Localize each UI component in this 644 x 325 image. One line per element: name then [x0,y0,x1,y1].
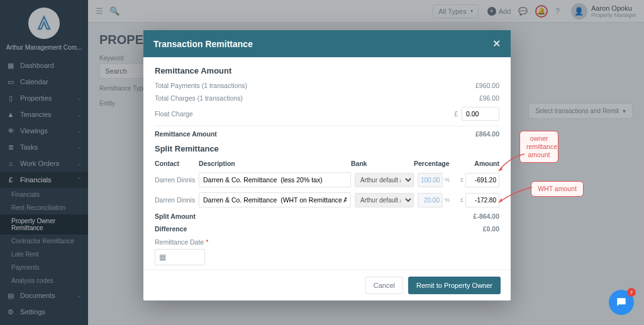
modal-header: Transaction Remittance ✕ [143,30,511,57]
percent-symbol: % [445,177,450,183]
split-amount-label: Split Amount [155,212,474,220]
split-header-row: Contact Description Bank Percentage Amou… [155,160,499,167]
remittance-amount-label: Remittance Amount [155,130,475,138]
total-charges-label: Total Charges (1 transactions) [155,94,479,102]
remittance-date-field: Remittance Date * ▦ [155,238,499,265]
close-icon[interactable]: ✕ [492,38,501,50]
split-amount-input[interactable] [465,193,499,207]
modal-body: Remittance Amount Total Payments (1 tran… [143,57,511,270]
callout-wht-amount: WHT amount [531,181,584,197]
modal-footer: Cancel Remit to Property Owner [143,270,511,300]
float-charge-label: Float Charge [155,110,454,118]
col-contact: Contact [155,160,199,167]
transaction-remittance-modal: Transaction Remittance ✕ Remittance Amou… [143,30,511,300]
split-contact: Darren Dinnis [155,196,199,204]
section-split-remittance: Split Remittance [155,144,499,153]
col-percentage: Percentage [414,160,455,167]
total-charges-value: £96.00 [479,94,499,102]
section-remittance-amount: Remittance Amount [155,66,499,75]
currency-symbol: £ [454,111,458,118]
percent-symbol: % [445,197,450,203]
col-amount: Amount [455,160,499,167]
difference-value: £0.00 [483,225,499,233]
split-bank-select[interactable]: Arthur default account [355,173,414,187]
date-label: Remittance Date [155,238,204,246]
split-percentage-input [418,193,443,207]
currency-symbol: £ [460,197,464,203]
float-charge-input[interactable] [462,107,499,121]
col-bank: Bank [351,160,414,167]
split-row: Darren Dinnis Arthur default account % £ [155,172,499,187]
callout-text: remittance [526,143,552,151]
remittance-date-input[interactable]: ▦ [155,249,205,265]
callout-owner-remittance: owner remittance amount [519,131,558,163]
calendar-icon: ▦ [159,253,166,262]
intercom-chat-button[interactable]: 7 [609,290,634,315]
required-indicator: * [206,238,208,246]
callout-text: amount [526,151,552,159]
split-bank-select[interactable]: Arthur default account [355,193,414,207]
split-description-input[interactable] [199,172,351,187]
split-row: Darren Dinnis Arthur default account % £ [155,192,499,207]
remit-to-owner-button[interactable]: Remit to Property Owner [408,277,501,294]
col-description: Description [199,160,351,167]
chat-unread-badge: 7 [627,288,636,297]
difference-label: Difference [155,225,483,233]
split-description-input[interactable] [199,192,351,207]
split-amount-value: £-864.00 [474,212,499,220]
split-percentage-input [418,173,443,187]
callout-text: owner [526,135,552,143]
modal-title: Transaction Remittance [153,39,492,49]
chat-icon [615,296,628,309]
total-payments-value: £960.00 [475,82,499,89]
currency-symbol: £ [460,177,464,183]
remittance-amount-value: £864.00 [475,130,499,138]
split-amount-input[interactable] [465,173,499,187]
total-payments-label: Total Payments (1 transactions) [155,82,475,89]
cancel-button[interactable]: Cancel [365,277,403,294]
split-contact: Darren Dinnis [155,176,199,184]
